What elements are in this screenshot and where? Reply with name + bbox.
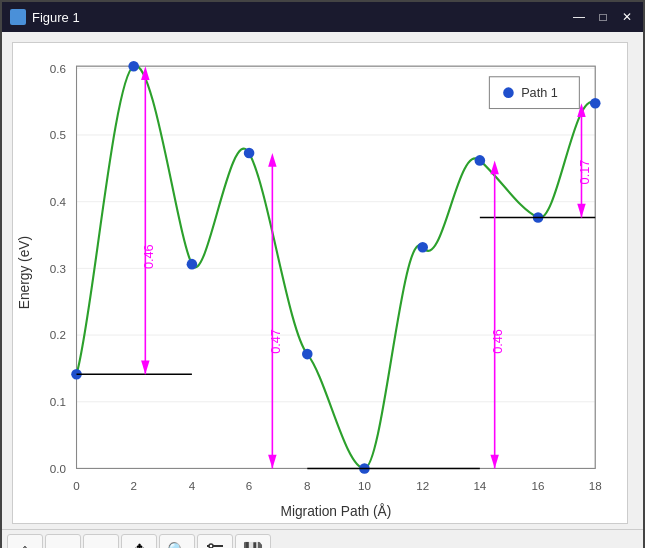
zoom-button[interactable]: 🔍 — [159, 534, 195, 548]
plot-container: Energy (eV) Migration Path (Å) 0.0 0.1 0… — [12, 42, 628, 524]
annotation-046-2: 0.46 — [491, 329, 505, 354]
back-icon: ← — [54, 540, 72, 548]
xtick-14: 14 — [473, 479, 486, 492]
plot-svg: Energy (eV) Migration Path (Å) 0.0 0.1 0… — [13, 43, 627, 523]
zoom-icon: 🔍 — [167, 541, 187, 548]
data-point-8 — [302, 349, 313, 360]
home-icon: ⌂ — [20, 540, 31, 548]
xtick-4: 4 — [189, 479, 196, 492]
minimize-button[interactable]: — — [571, 9, 587, 25]
x-axis-label: Migration Path (Å) — [280, 503, 391, 519]
window-title: Figure 1 — [32, 10, 571, 25]
toolbar: ⌂ ← → ✥ 🔍 💾 — [2, 529, 643, 548]
xtick-18: 18 — [589, 479, 602, 492]
settings-button[interactable] — [197, 534, 233, 548]
data-point-18 — [590, 98, 601, 109]
data-point-14 — [475, 155, 486, 166]
settings-icon — [205, 541, 225, 548]
close-button[interactable]: ✕ — [619, 9, 635, 25]
xtick-12: 12 — [416, 479, 429, 492]
svg-point-12 — [209, 544, 213, 548]
ytick-02: 0.2 — [50, 328, 66, 341]
data-point-6 — [244, 148, 255, 159]
back-button[interactable]: ← — [45, 534, 81, 548]
save-button[interactable]: 💾 — [235, 534, 271, 548]
save-icon: 💾 — [243, 541, 263, 548]
figure-window: Figure 1 — □ ✕ Energy (eV) Migration Pat… — [0, 0, 645, 548]
window-controls: — □ ✕ — [571, 9, 635, 25]
xtick-0: 0 — [73, 479, 80, 492]
annotation-046-1: 0.46 — [142, 244, 156, 269]
maximize-button[interactable]: □ — [595, 9, 611, 25]
ytick-03: 0.3 — [50, 262, 66, 275]
annotation-047: 0.47 — [269, 329, 283, 354]
pan-button[interactable]: ✥ — [121, 534, 157, 548]
data-point-12 — [417, 242, 428, 253]
forward-button[interactable]: → — [83, 534, 119, 548]
chart-area: Energy (eV) Migration Path (Å) 0.0 0.1 0… — [2, 32, 643, 529]
ytick-0: 0.0 — [50, 462, 67, 475]
ytick-01: 0.1 — [50, 395, 66, 408]
ytick-04: 0.4 — [50, 195, 67, 208]
ytick-06: 0.6 — [50, 62, 66, 75]
xtick-10: 10 — [358, 479, 371, 492]
xtick-8: 8 — [304, 479, 310, 492]
xtick-16: 16 — [532, 479, 545, 492]
ytick-05: 0.5 — [50, 128, 66, 141]
titlebar: Figure 1 — □ ✕ — [2, 2, 643, 32]
y-axis-label: Energy (eV) — [17, 236, 32, 309]
legend-dot — [503, 87, 514, 98]
pan-icon: ✥ — [132, 540, 147, 548]
home-button[interactable]: ⌂ — [7, 534, 43, 548]
xtick-6: 6 — [246, 479, 252, 492]
legend-label: Path 1 — [521, 86, 558, 100]
app-icon — [10, 9, 26, 25]
xtick-2: 2 — [130, 479, 136, 492]
annotation-017: 0.17 — [578, 160, 592, 185]
forward-icon: → — [92, 540, 110, 548]
data-point-4 — [187, 259, 198, 270]
data-point-2 — [128, 61, 139, 72]
